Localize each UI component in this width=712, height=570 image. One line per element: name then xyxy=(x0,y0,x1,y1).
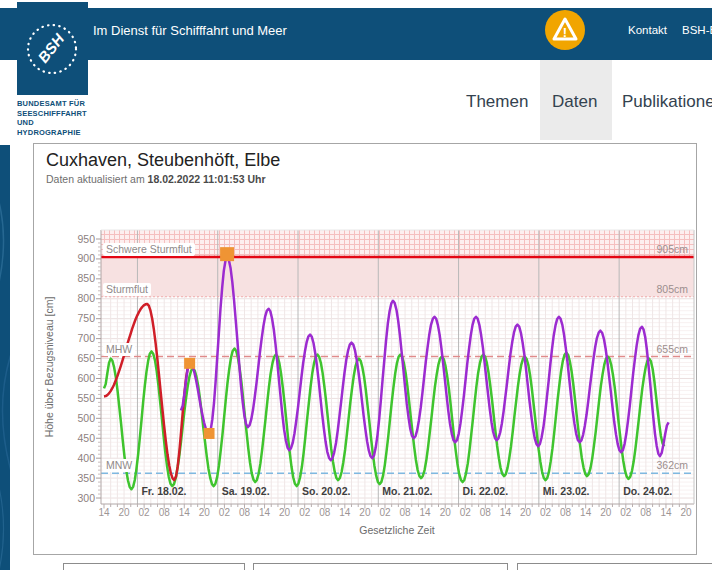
hour-label: 08 xyxy=(319,507,331,518)
y-axis-title: Höhe über Bezugsniveau [cm] xyxy=(43,297,55,438)
hour-label: 08 xyxy=(640,507,652,518)
ytick-label: 400 xyxy=(77,452,95,464)
hour-label: 02 xyxy=(219,507,231,518)
hour-label: 14 xyxy=(500,507,512,518)
ytick-label: 550 xyxy=(77,392,95,404)
nav-tab-daten[interactable]: Daten xyxy=(552,92,597,112)
ytick-label: 950 xyxy=(77,233,95,245)
hour-label: 14 xyxy=(580,507,592,518)
background-sea-chart-strip xyxy=(0,145,10,570)
hour-label: 14 xyxy=(98,507,110,518)
nav-tab-publikationen[interactable]: Publikationen xyxy=(622,92,712,112)
ytick-label: 350 xyxy=(77,472,95,484)
threshold-value-label: 655cm xyxy=(656,343,688,355)
day-label: Do. 24.02. xyxy=(623,485,672,497)
tagline: Im Dienst für Schifffahrt und Meer xyxy=(93,23,287,38)
hour-label: 02 xyxy=(460,507,472,518)
hour-label: 20 xyxy=(119,507,131,518)
hour-label: 02 xyxy=(299,507,311,518)
hour-label: 02 xyxy=(620,507,632,518)
ytick-label: 700 xyxy=(77,332,95,344)
hour-label: 02 xyxy=(540,507,552,518)
day-label: Mi. 23.02. xyxy=(543,485,590,497)
nav-tab-themen[interactable]: Themen xyxy=(466,92,528,112)
day-label: So. 20.02. xyxy=(302,485,351,497)
tide-chart-panel: Cuxhaven, Steubenhöft, Elbe Daten aktual… xyxy=(33,143,697,555)
day-label: Sa. 19.02. xyxy=(222,485,270,497)
storm-surge-band xyxy=(101,257,694,297)
ytick-label: 800 xyxy=(77,292,95,304)
hour-label: 08 xyxy=(560,507,572,518)
ytick-label: 850 xyxy=(77,272,95,284)
hour-label: 14 xyxy=(420,507,432,518)
forecast-extreme-marker xyxy=(184,358,195,369)
hour-label: 14 xyxy=(259,507,271,518)
hour-label: 08 xyxy=(159,507,171,518)
hour-label: 02 xyxy=(379,507,391,518)
top-link-kontakt[interactable]: Kontakt xyxy=(628,24,667,36)
hour-label: 02 xyxy=(139,507,151,518)
ytick-label: 300 xyxy=(77,492,95,504)
threshold-value-label: 362cm xyxy=(656,459,688,471)
ytick-label: 650 xyxy=(77,352,95,364)
hour-label: 08 xyxy=(480,507,492,518)
x-axis-title: Gesetzliche Zeit xyxy=(359,524,434,536)
threshold-value-label: 905cm xyxy=(656,243,688,255)
day-label: Fr. 18.02. xyxy=(141,485,186,497)
forecast-extreme-marker xyxy=(204,428,215,439)
hour-label: 08 xyxy=(239,507,251,518)
hour-label: 20 xyxy=(279,507,291,518)
hour-label: 20 xyxy=(199,507,211,518)
teaser-box-3[interactable] xyxy=(517,563,712,570)
severe-storm-surge-band xyxy=(101,230,694,257)
hour-label: 14 xyxy=(179,507,191,518)
svg-text:!: ! xyxy=(563,25,567,40)
ytick-label: 450 xyxy=(77,432,95,444)
forecast-extreme-marker xyxy=(220,247,234,261)
top-link-bsh[interactable]: BSH-B xyxy=(682,24,712,36)
hour-label: 20 xyxy=(359,507,371,518)
ytick-label: 500 xyxy=(77,412,95,424)
threshold-value-label: 805cm xyxy=(656,283,688,295)
hour-label: 14 xyxy=(339,507,351,518)
hour-label: 14 xyxy=(660,507,672,518)
day-label: Mo. 21.02. xyxy=(382,485,432,497)
hour-label: 20 xyxy=(440,507,452,518)
day-label: Di. 22.02. xyxy=(463,485,509,497)
ytick-label: 600 xyxy=(77,372,95,384)
ytick-label: 750 xyxy=(77,312,95,324)
logo-abbr: BSH xyxy=(34,29,68,65)
hour-label: 20 xyxy=(600,507,612,518)
bsh-logo[interactable]: BSH xyxy=(17,2,88,95)
hour-label: 20 xyxy=(680,507,692,518)
ytick-label: 900 xyxy=(77,252,95,264)
teaser-box-2[interactable] xyxy=(253,563,508,570)
hour-label: 20 xyxy=(520,507,532,518)
hour-label: 08 xyxy=(399,507,411,518)
warning-triangle-icon: ! xyxy=(545,10,585,50)
teaser-box-1[interactable] xyxy=(63,563,245,570)
tide-chart-svg: Fr. 18.02.Sa. 19.02.So. 20.02.Mo. 21.02.… xyxy=(34,144,698,556)
storm-warning-button[interactable]: ! xyxy=(545,10,585,50)
org-name: BUNDESAMT FÜR SEESCHIFFFAHRT UND HYDROGR… xyxy=(17,99,107,137)
